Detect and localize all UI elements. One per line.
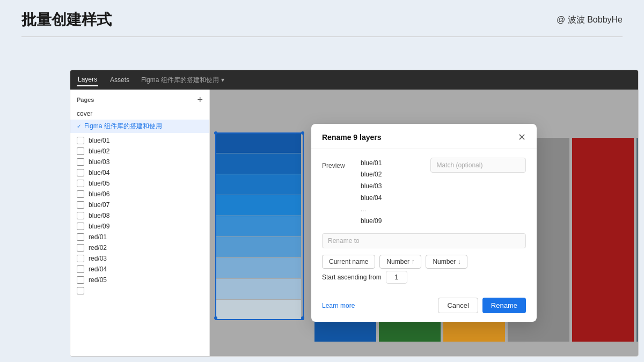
layer-name: blue/09 <box>89 223 109 230</box>
user-info: @ 波波 BobbyHe <box>557 14 623 26</box>
layer-item[interactable]: red/04 <box>70 264 209 275</box>
preview-ellipsis: ... <box>361 204 424 216</box>
layer-icon <box>77 137 84 144</box>
breadcrumb: Figma 组件库的搭建和使用 ▾ <box>141 76 224 85</box>
preview-item-1: blue/01 <box>361 158 424 169</box>
layer-item[interactable]: blue/08 <box>70 210 209 221</box>
preview-item-2: blue/02 <box>361 169 424 181</box>
modal-footer: Learn more Cancel Rename <box>311 292 537 322</box>
page-title: 批量创建样式 <box>21 10 112 30</box>
layer-icon <box>77 244 84 252</box>
layer-item[interactable]: blue/09 <box>70 221 209 232</box>
modal-title: Rename 9 layers <box>322 133 382 142</box>
layer-name: red/04 <box>89 265 107 273</box>
layer-item[interactable]: red/03 <box>70 253 209 264</box>
page-item-cover[interactable]: cover <box>70 108 209 120</box>
canvas-area: Rename 9 layers ✕ Preview blue/01 blue/0… <box>210 90 638 356</box>
rename-modal: Rename 9 layers ✕ Preview blue/01 blue/0… <box>311 124 537 322</box>
layer-name: blue/07 <box>89 201 109 209</box>
preview-item-last: blue/09 <box>361 216 424 227</box>
ascending-row: Start ascending from <box>322 271 526 284</box>
preview-row: Preview blue/01 blue/02 blue/03 blue/04 … <box>322 158 526 227</box>
layer-name: blue/02 <box>89 147 109 155</box>
layer-name: blue/05 <box>89 180 109 187</box>
header-divider <box>21 36 623 37</box>
current-name-button[interactable]: Current name <box>322 255 375 269</box>
figma-topbar: Layers Assets Figma 组件库的搭建和使用 ▾ <box>70 70 638 90</box>
layer-item[interactable] <box>70 285 209 296</box>
layer-item[interactable]: blue/05 <box>70 178 209 189</box>
modal-body: Preview blue/01 blue/02 blue/03 blue/04 … <box>311 149 537 293</box>
layer-item[interactable]: blue/07 <box>70 200 209 210</box>
layer-item[interactable]: red/02 <box>70 242 209 253</box>
preview-item-3: blue/03 <box>361 181 424 193</box>
layer-icon <box>77 190 84 198</box>
layer-icon <box>77 255 84 262</box>
layer-list: blue/01 blue/02 blue/03 blue/04 blue/05 <box>70 135 209 296</box>
tab-layers[interactable]: Layers <box>77 73 98 86</box>
modal-close-button[interactable]: ✕ <box>518 132 526 142</box>
layer-item[interactable]: red/01 <box>70 232 209 242</box>
layer-item[interactable]: blue/03 <box>70 157 209 167</box>
preview-content: blue/01 blue/02 blue/03 blue/04 ... blue… <box>361 158 424 227</box>
layer-icon <box>77 223 84 230</box>
preview-list: blue/01 blue/02 blue/03 blue/04 ... blue… <box>361 158 424 227</box>
modal-overlay: Rename 9 layers ✕ Preview blue/01 blue/0… <box>210 90 638 356</box>
layer-icon <box>77 147 84 155</box>
sidebar: Pages + cover ✓ Figma 组件库的搭建和使用 blue/01 … <box>70 90 210 356</box>
layer-name: blue/06 <box>89 190 109 198</box>
layer-item[interactable]: blue/04 <box>70 167 209 178</box>
button-row: Current name Number ↑ Number ↓ <box>322 255 526 269</box>
number-desc-button[interactable]: Number ↓ <box>426 255 467 269</box>
preview-item-4: blue/04 <box>361 193 424 204</box>
layer-icon <box>77 287 84 294</box>
layer-name: red/05 <box>89 276 107 284</box>
layer-icon <box>77 180 84 187</box>
pages-section-header: Pages + <box>70 90 209 108</box>
layer-icon <box>77 265 84 273</box>
layer-item[interactable]: red/05 <box>70 275 209 285</box>
app-window: Layers Assets Figma 组件库的搭建和使用 ▾ Pages + … <box>70 70 639 357</box>
layer-name: blue/08 <box>89 212 109 219</box>
layer-icon <box>77 212 84 219</box>
tab-assets[interactable]: Assets <box>109 74 130 86</box>
layer-icon <box>77 233 84 241</box>
add-page-button[interactable]: + <box>197 95 203 105</box>
layer-name: blue/01 <box>89 137 109 144</box>
footer-buttons: Cancel Rename <box>438 298 526 313</box>
layer-icon <box>77 158 84 166</box>
match-input[interactable] <box>430 158 526 173</box>
ascending-label: Start ascending from <box>322 274 382 281</box>
layer-icon <box>77 169 84 176</box>
page-name-figma: Figma 组件库的搭建和使用 <box>84 122 162 131</box>
page-name-cover: cover <box>77 110 92 117</box>
layer-name: red/03 <box>89 255 107 262</box>
layer-item[interactable]: blue/06 <box>70 189 209 200</box>
layer-name: red/02 <box>89 244 107 252</box>
layer-item[interactable]: blue/02 <box>70 146 209 157</box>
pages-label: Pages <box>77 97 94 103</box>
layer-icon <box>77 276 84 284</box>
check-icon: ✓ <box>77 123 81 129</box>
page-item-figma[interactable]: ✓ Figma 组件库的搭建和使用 <box>70 120 209 133</box>
layer-name: blue/03 <box>89 158 109 166</box>
layer-name: red/01 <box>89 233 107 241</box>
match-input-container <box>430 158 526 173</box>
preview-label: Preview <box>322 158 354 169</box>
rename-row <box>322 233 526 248</box>
page-header: 批量创建样式 @ 波波 BobbyHe <box>0 0 644 36</box>
learn-more-link[interactable]: Learn more <box>322 302 355 309</box>
rename-input[interactable] <box>322 233 526 248</box>
figma-main: Pages + cover ✓ Figma 组件库的搭建和使用 blue/01 … <box>70 90 638 356</box>
modal-header: Rename 9 layers ✕ <box>311 124 537 149</box>
number-asc-button[interactable]: Number ↑ <box>379 255 421 269</box>
layer-item[interactable]: blue/01 <box>70 135 209 146</box>
ascending-input[interactable] <box>386 271 407 284</box>
rename-button[interactable]: Rename <box>482 298 526 313</box>
cancel-button[interactable]: Cancel <box>438 298 478 313</box>
layer-icon <box>77 201 84 209</box>
layer-name: blue/04 <box>89 169 109 176</box>
